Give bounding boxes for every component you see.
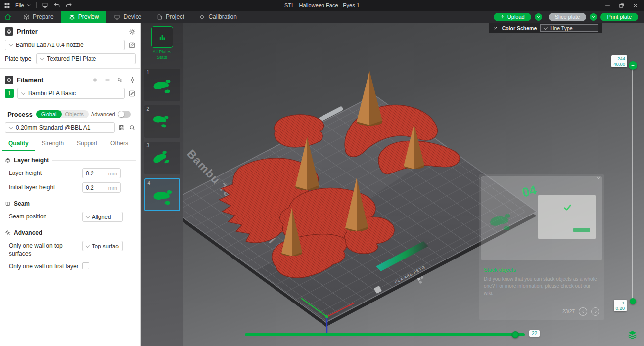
preview-3d-viewport[interactable]: Bambu Textured PEI Plate: [183, 23, 644, 346]
print-plate-button[interactable]: Print plate: [600, 13, 638, 21]
plate-preview-thumb: [149, 72, 175, 98]
save-preset-icon[interactable]: [118, 124, 125, 131]
file-menu-label: File: [15, 2, 24, 8]
step-slider-track[interactable]: [245, 333, 525, 336]
hint-preview-image: [481, 176, 602, 260]
divider: [52, 160, 136, 161]
export-plate-icon[interactable]: [42, 2, 48, 9]
redo-icon[interactable]: [65, 2, 72, 9]
tab-others[interactable]: Others: [104, 137, 135, 151]
seam-position-select[interactable]: Aligned: [82, 212, 123, 222]
tab-project[interactable]: Project: [149, 11, 191, 23]
tab-calibration[interactable]: Calibration: [191, 11, 244, 23]
collapse-panel-icon[interactable]: [493, 25, 499, 31]
process-preset-select[interactable]: 0.20mm Standard @BBL A1: [5, 122, 115, 133]
plate-type-label: Plate type: [5, 55, 33, 62]
seam-group-title: Seam: [14, 200, 30, 207]
bottom-layer-number: 1: [616, 300, 625, 305]
scope-objects-pill[interactable]: Objects: [62, 110, 89, 118]
slice-plate-button[interactable]: Slice plate: [549, 13, 587, 21]
initial-layer-height-input[interactable]: [86, 184, 106, 191]
minimize-button[interactable]: [604, 2, 611, 9]
edit-printer-icon[interactable]: [128, 42, 136, 49]
one-wall-top-select[interactable]: Top surfaces: [82, 241, 123, 251]
tab-home[interactable]: [0, 11, 16, 23]
tab-device[interactable]: Device: [106, 11, 149, 23]
filament-preset-select[interactable]: Bambu PLA Basic: [17, 88, 125, 99]
layer-slider-top-handle[interactable]: [629, 61, 637, 70]
flush-volumes-icon[interactable]: [117, 77, 123, 83]
advanced-group-icon: [5, 230, 11, 236]
advanced-group-header: Advanced: [0, 224, 140, 239]
upload-button[interactable]: Upload: [494, 13, 531, 21]
printer-settings-gear-icon[interactable]: [129, 28, 136, 35]
preview-icon: [69, 14, 75, 20]
maximize-button[interactable]: [618, 2, 625, 9]
plate-thumbnail-4[interactable]: 4: [144, 178, 180, 211]
edit-filament-icon[interactable]: [128, 90, 136, 97]
chevron-down-icon: [9, 126, 13, 130]
advanced-toggle[interactable]: [118, 111, 131, 118]
step-slider-value-badge: 22: [529, 330, 540, 337]
tab-support[interactable]: Support: [70, 137, 104, 151]
undo-icon[interactable]: [53, 2, 60, 9]
add-filament-button[interactable]: [92, 77, 98, 83]
bambu-studio-window: File STL - Halloween Face - Eyes 1 Prepa…: [0, 0, 644, 346]
close-button[interactable]: [632, 2, 639, 9]
hint-prev-button[interactable]: [579, 307, 587, 316]
app-menu-icon[interactable]: [4, 2, 10, 9]
layer-height-unit: mm: [108, 171, 117, 176]
plate-type-value: Textured PEI Plate: [47, 55, 96, 62]
color-scheme-label: Color Scheme: [502, 25, 537, 31]
one-wall-first-layer-checkbox[interactable]: [82, 262, 89, 269]
upload-icon: [500, 14, 505, 19]
plate-list-panel: All Plates Stats 1 2 3 4: [141, 23, 183, 346]
plate-thumbnail-1[interactable]: 1: [144, 69, 180, 101]
chevron-down-icon: [536, 15, 541, 19]
tab-prepare[interactable]: Prepare: [16, 11, 61, 23]
layer-height-label: Layer height: [9, 168, 82, 177]
layer-height-input-box[interactable]: mm: [82, 168, 121, 178]
process-scope-switch[interactable]: Global Objects: [36, 110, 89, 118]
tab-preview[interactable]: Preview: [61, 11, 107, 23]
search-settings-icon[interactable]: [129, 124, 136, 131]
tab-project-label: Project: [166, 13, 184, 20]
plate-thumbnail-2[interactable]: 2: [144, 105, 180, 138]
plate-type-select[interactable]: Textured PEI Plate: [36, 53, 136, 64]
chevron-down-icon: [591, 15, 596, 19]
tab-strength[interactable]: Strength: [35, 137, 70, 151]
print-plate-label: Print plate: [607, 14, 632, 20]
filament-slot-badge[interactable]: 1: [5, 89, 14, 98]
color-scheme-value: Line Type: [550, 25, 572, 31]
hint-body: Did you know that you can stack objects …: [484, 276, 599, 297]
plate-number: 3: [147, 143, 150, 148]
window-title: STL - Halloween Face - Eyes 1: [0, 2, 644, 8]
color-scheme-select[interactable]: Line Type: [540, 24, 598, 32]
scope-global-pill[interactable]: Global: [36, 110, 62, 118]
step-slider-handle[interactable]: [512, 331, 519, 338]
plate-thumbnail-3[interactable]: 3: [144, 142, 180, 174]
all-plates-stats-button[interactable]: All Plates Stats: [151, 26, 173, 61]
layer-height-input[interactable]: [86, 170, 106, 177]
initial-layer-height-input-box[interactable]: mm: [82, 182, 121, 193]
slice-options-button[interactable]: [590, 13, 597, 21]
home-icon: [4, 13, 12, 21]
remove-filament-button[interactable]: [104, 77, 111, 83]
layer-slider-track[interactable]: [632, 69, 633, 301]
one-wall-top-value: Top surfaces: [92, 243, 119, 249]
layer-slider-bottom-handle[interactable]: [630, 298, 636, 304]
filament-settings-gear-icon[interactable]: [129, 77, 136, 83]
one-wall-first-layer-label: Only one wall on first layer: [9, 261, 82, 271]
seam-group-header: Seam: [0, 195, 140, 210]
seam-position-value: Aligned: [92, 214, 111, 220]
bottom-layer-height: 0.20: [616, 305, 625, 311]
file-menu[interactable]: File: [15, 2, 31, 8]
hint-next-button[interactable]: [591, 307, 599, 316]
tab-quality[interactable]: Quality: [2, 137, 35, 151]
chevron-down-icon: [544, 26, 548, 30]
color-scheme-bar: Color Scheme Line Type: [489, 23, 602, 33]
upload-options-button[interactable]: [535, 13, 542, 21]
layers-view-icon[interactable]: [627, 329, 638, 340]
layer-height-group-header: Layer height: [0, 151, 140, 166]
printer-preset-select[interactable]: Bambu Lab A1 0.4 nozzle: [5, 40, 125, 50]
